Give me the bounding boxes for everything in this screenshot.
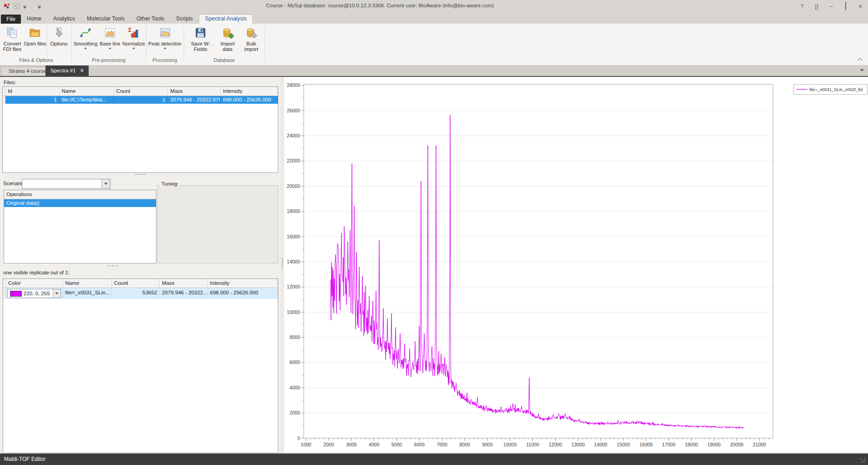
maximize-button[interactable]	[842, 3, 850, 10]
options-button[interactable]: Options	[47, 25, 70, 56]
dropdown-arrow-icon[interactable]	[132, 48, 135, 50]
help-button[interactable]: ?	[798, 3, 806, 10]
horizontal-splitter[interactable]	[135, 174, 136, 175]
tuning-groupbox	[157, 185, 278, 263]
bulk-import-button[interactable]: Bulk import	[239, 25, 263, 56]
dropdown-arrow-icon[interactable]	[109, 48, 111, 50]
import-data-button[interactable]: Import data	[217, 25, 238, 56]
vertical-splitter[interactable]	[281, 77, 284, 453]
app-logo-icon[interactable]	[3, 2, 11, 11]
chevron-down-icon	[55, 293, 59, 294]
x-tick-label: 13000	[572, 442, 585, 447]
operations-header[interactable]: Operations	[4, 190, 156, 199]
convert-fdi-files-button[interactable]: Convert FDI files	[2, 25, 23, 56]
column-header-id[interactable]: Id	[5, 87, 60, 96]
button-label: Normalize	[122, 41, 145, 46]
open-files-button[interactable]: Open files	[24, 25, 46, 56]
dropdown-arrow-icon[interactable]	[84, 48, 87, 50]
ribbon-tab-other-tools[interactable]: Other Tools	[130, 14, 170, 23]
chevron-up-icon	[858, 58, 863, 63]
files-label: Files:	[4, 80, 16, 85]
ribbon-tab-analytics[interactable]: Analytics	[47, 14, 81, 23]
color-dropdown-button[interactable]	[53, 289, 60, 298]
scenario-input[interactable]	[23, 180, 101, 188]
ribbon-tab-spectral-analysis[interactable]: Spectral Analysis	[199, 14, 253, 24]
color-combobox[interactable]: 220, 0, 255	[7, 289, 61, 298]
replicates-label: one visible replicate out of 1:	[3, 270, 70, 275]
column-header-color[interactable]: Color	[6, 279, 63, 288]
x-tick-label: 14000	[594, 442, 607, 447]
column-header-intensity[interactable]: Intensity	[208, 279, 278, 288]
bulk-import-icon	[239, 25, 263, 40]
base-line-button[interactable]: Base line	[99, 25, 121, 56]
cell-name: file=_x0031_SLin...	[63, 288, 111, 299]
peak-detection-icon	[147, 25, 182, 40]
minimize-button[interactable]: –	[827, 3, 835, 10]
qat-dropdown-icon[interactable]	[23, 3, 27, 11]
chevron-down-icon	[104, 183, 108, 185]
smoothing-button[interactable]: Smoothing	[73, 25, 98, 56]
ribbon-group-label-database: Database	[184, 56, 265, 64]
operation-item-original-data[interactable]: Original data()	[4, 199, 156, 207]
ribbon-group-label-pre-processing: Pre-processing	[71, 56, 146, 64]
column-header-count[interactable]: Count	[114, 87, 168, 96]
spectrum-chart: 0200040006000800010000120001400016000180…	[284, 77, 868, 453]
normalize-button[interactable]: ΣNormalize	[122, 25, 145, 56]
column-header-count[interactable]: Count	[112, 279, 160, 288]
button-label: Import data	[217, 41, 238, 52]
column-header-name[interactable]: Name	[60, 87, 114, 96]
pin-ribbon-button[interactable]: ↑	[813, 3, 821, 10]
column-header-mass[interactable]: Mass	[160, 279, 207, 288]
x-tick-label: 1000	[301, 442, 311, 447]
x-tick-label: 16000	[639, 442, 652, 447]
table-row[interactable]: 220, 0, 255file=_x0031_SLin...536522079.…	[3, 288, 278, 299]
files-table: IdNameCountMassIntensity1file://C:\Temp\…	[2, 86, 278, 173]
x-tick-label: 12000	[549, 442, 562, 447]
button-label: Smoothing	[73, 41, 98, 46]
column-header-intensity[interactable]: Intensity	[221, 87, 278, 96]
normalize-icon: Σ	[122, 25, 145, 40]
close-button[interactable]: ×	[856, 2, 864, 10]
replicates-table: ColorNameCountMassIntensity220, 0, 255fi…	[3, 278, 278, 453]
spectrum-trace	[331, 115, 744, 429]
cell-mass: 2079.946 - 20322.975	[168, 96, 221, 104]
ribbon-tab-scripts[interactable]: Scripts	[170, 14, 199, 23]
office-app-icon[interactable]	[14, 3, 20, 11]
save-w-fields-button[interactable]: Save W-Fields	[186, 25, 215, 56]
ribbon-tab-home[interactable]: Home	[21, 14, 47, 23]
x-tick-label: 3000	[346, 442, 357, 447]
dropdown-arrow-icon[interactable]	[164, 48, 166, 50]
y-tick-label: 20000	[287, 183, 300, 189]
collapse-ribbon-button[interactable]	[858, 57, 863, 61]
peak-detection-button[interactable]: Peak detection	[147, 25, 182, 56]
qat-customize-icon[interactable]	[38, 3, 41, 11]
x-tick-label: 6000	[414, 442, 425, 447]
ribbon-group-label-files-options: Files & Options	[1, 56, 71, 64]
save-wfields-icon	[186, 25, 215, 40]
column-header-mass[interactable]: Mass	[168, 87, 221, 96]
y-tick-label: 28000	[287, 82, 300, 88]
y-tick-label: 12000	[287, 284, 300, 289]
quick-access-toolbar	[3, 2, 41, 12]
cell-name: file://C:\Temp\Mal...	[60, 96, 114, 104]
resize-grip[interactable]	[861, 458, 862, 459]
x-tick-label: 19000	[707, 442, 721, 447]
x-tick-label: 17000	[662, 442, 675, 447]
tuning-label: Tuning:	[160, 181, 180, 187]
tab-list-dropdown-icon[interactable]	[860, 69, 864, 71]
horizontal-splitter[interactable]	[108, 265, 109, 266]
ribbon-tab-file[interactable]: File	[1, 15, 21, 24]
column-header-name[interactable]: Name	[63, 279, 111, 288]
status-bar: Maldi-TOF Editor	[0, 454, 868, 465]
x-tick-label: 20000	[730, 442, 743, 447]
close-tab-icon[interactable]: ×	[80, 67, 84, 74]
x-tick-label: 15000	[617, 442, 630, 447]
plot-area[interactable]	[304, 84, 773, 438]
tab-spectra-1[interactable]: Spectra #1×	[45, 66, 89, 76]
table-row[interactable]: 1file://C:\Temp\Mal...12079.946 - 20322.…	[3, 96, 278, 104]
x-tick-label: 10000	[503, 442, 517, 447]
ribbon-tab-molecular-tools[interactable]: Molecular Tools	[81, 14, 130, 23]
scenario-dropdown-button[interactable]	[101, 179, 110, 188]
import-data-icon	[217, 25, 238, 40]
scenario-combobox[interactable]	[22, 179, 110, 189]
